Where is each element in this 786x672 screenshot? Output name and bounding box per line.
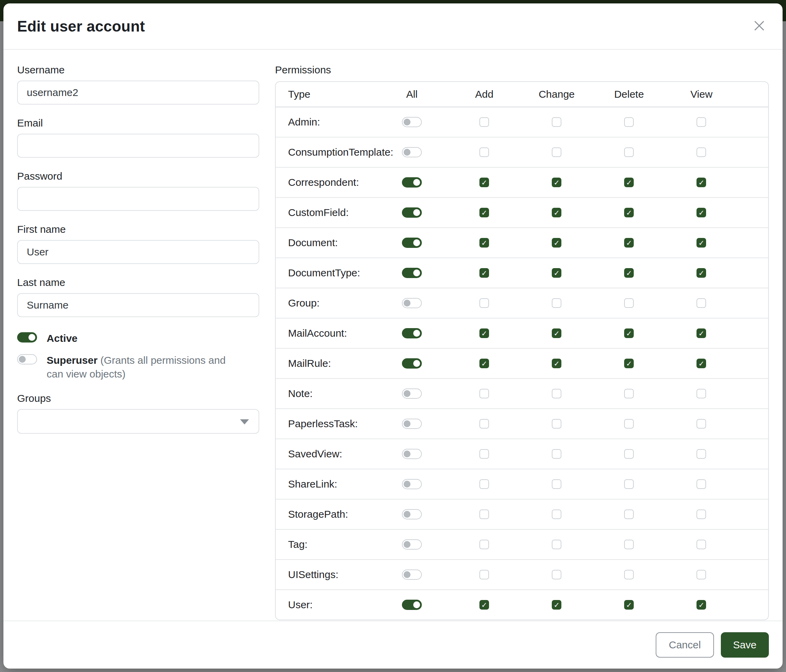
permission-change-checkbox[interactable]	[552, 540, 561, 549]
permission-delete-checkbox[interactable]	[624, 449, 634, 459]
permission-row: CustomField:✓✓✓✓	[276, 197, 768, 227]
permission-all-toggle[interactable]	[402, 539, 422, 550]
permission-type-label: SavedView:	[276, 438, 376, 469]
permission-change-checkbox[interactable]	[552, 148, 561, 157]
permission-delete-checkbox[interactable]	[624, 419, 634, 429]
permission-change-checkbox[interactable]: ✓	[552, 359, 561, 368]
permission-add-checkbox[interactable]	[479, 117, 489, 127]
permission-all-toggle[interactable]	[402, 117, 422, 127]
permission-change-checkbox[interactable]	[552, 570, 561, 579]
toggle-knob	[404, 119, 410, 126]
permission-all-toggle[interactable]	[402, 509, 422, 520]
permission-delete-checkbox[interactable]: ✓	[624, 208, 634, 217]
permission-view-checkbox[interactable]	[696, 148, 706, 157]
permission-all-toggle[interactable]	[402, 479, 422, 489]
permission-change-checkbox[interactable]	[552, 509, 561, 519]
permission-all-toggle[interactable]	[402, 207, 422, 218]
permission-add-checkbox[interactable]	[479, 148, 489, 157]
permission-delete-checkbox[interactable]: ✓	[624, 238, 634, 248]
permission-all-toggle[interactable]	[402, 328, 422, 338]
permission-change-checkbox[interactable]	[552, 419, 561, 429]
email-input[interactable]	[17, 134, 259, 158]
permission-all-toggle[interactable]	[402, 570, 422, 580]
permission-change-checkbox[interactable]: ✓	[552, 238, 561, 248]
permission-delete-checkbox[interactable]	[624, 570, 634, 579]
permission-delete-checkbox[interactable]	[624, 479, 634, 489]
cancel-button[interactable]: Cancel	[656, 632, 714, 658]
permission-view-checkbox[interactable]	[696, 449, 706, 459]
permission-add-checkbox[interactable]: ✓	[479, 208, 489, 217]
permission-add-checkbox[interactable]	[479, 509, 489, 519]
permission-change-checkbox[interactable]	[552, 449, 561, 459]
permission-delete-checkbox[interactable]: ✓	[624, 177, 634, 187]
permission-view-checkbox[interactable]: ✓	[696, 208, 706, 217]
close-button[interactable]	[751, 18, 767, 35]
groups-select[interactable]	[17, 409, 259, 434]
permission-delete-checkbox[interactable]: ✓	[624, 268, 634, 278]
permission-view-checkbox[interactable]: ✓	[696, 238, 706, 248]
username-input[interactable]	[17, 80, 259, 105]
permission-delete-checkbox[interactable]: ✓	[624, 328, 634, 338]
permission-change-checkbox[interactable]: ✓	[552, 328, 561, 338]
active-toggle[interactable]	[17, 332, 37, 342]
permission-add-checkbox[interactable]	[479, 449, 489, 459]
groups-label: Groups	[17, 393, 259, 404]
permission-delete-checkbox[interactable]	[624, 389, 634, 399]
save-button[interactable]: Save	[721, 632, 769, 658]
permission-delete-checkbox[interactable]: ✓	[624, 359, 634, 368]
password-input[interactable]	[17, 187, 259, 211]
permission-delete-checkbox[interactable]: ✓	[624, 600, 634, 609]
permission-add-checkbox[interactable]	[479, 570, 489, 579]
permission-change-checkbox[interactable]	[552, 479, 561, 489]
permission-delete-checkbox[interactable]	[624, 540, 634, 549]
permission-all-toggle[interactable]	[402, 177, 422, 188]
superuser-toggle[interactable]	[17, 354, 37, 364]
permission-view-checkbox[interactable]: ✓	[696, 600, 706, 609]
permission-add-checkbox[interactable]	[479, 298, 489, 308]
permission-all-toggle[interactable]	[402, 238, 422, 248]
permission-all-toggle[interactable]	[402, 419, 422, 429]
permission-all-toggle[interactable]	[402, 600, 422, 610]
permission-add-checkbox[interactable]	[479, 419, 489, 429]
permission-change-checkbox[interactable]: ✓	[552, 208, 561, 217]
permission-add-checkbox[interactable]: ✓	[479, 268, 489, 278]
permission-add-checkbox[interactable]	[479, 540, 489, 549]
permission-delete-checkbox[interactable]	[624, 148, 634, 157]
permission-add-checkbox[interactable]: ✓	[479, 238, 489, 248]
permission-all-toggle[interactable]	[402, 388, 422, 399]
permission-change-checkbox[interactable]	[552, 389, 561, 399]
permission-view-checkbox[interactable]	[696, 389, 706, 399]
permission-view-checkbox[interactable]	[696, 570, 706, 579]
permission-change-checkbox[interactable]	[552, 298, 561, 308]
permission-change-checkbox[interactable]: ✓	[552, 177, 561, 187]
permission-add-checkbox[interactable]: ✓	[479, 177, 489, 187]
permission-view-checkbox[interactable]	[696, 298, 706, 308]
last-name-input[interactable]	[17, 293, 259, 317]
permission-change-checkbox[interactable]: ✓	[552, 600, 561, 609]
permission-delete-checkbox[interactable]	[624, 117, 634, 127]
permission-view-checkbox[interactable]	[696, 479, 706, 489]
permission-view-checkbox[interactable]: ✓	[696, 328, 706, 338]
permission-all-toggle[interactable]	[402, 298, 422, 308]
permission-view-checkbox[interactable]: ✓	[696, 359, 706, 368]
permission-add-checkbox[interactable]	[479, 479, 489, 489]
permission-view-checkbox[interactable]	[696, 509, 706, 519]
first-name-input[interactable]	[17, 240, 259, 264]
permission-all-toggle[interactable]	[402, 147, 422, 157]
permission-view-checkbox[interactable]	[696, 117, 706, 127]
permission-add-checkbox[interactable]	[479, 389, 489, 399]
permission-add-checkbox[interactable]: ✓	[479, 328, 489, 338]
permission-view-checkbox[interactable]	[696, 419, 706, 429]
permission-add-checkbox[interactable]: ✓	[479, 359, 489, 368]
permission-view-checkbox[interactable]	[696, 540, 706, 549]
permission-change-checkbox[interactable]: ✓	[552, 268, 561, 278]
permission-all-toggle[interactable]	[402, 358, 422, 369]
permission-all-toggle[interactable]	[402, 449, 422, 459]
permission-view-checkbox[interactable]: ✓	[696, 177, 706, 187]
permission-all-toggle[interactable]	[402, 268, 422, 278]
permission-change-checkbox[interactable]	[552, 117, 561, 127]
permission-view-checkbox[interactable]: ✓	[696, 268, 706, 278]
permission-add-checkbox[interactable]: ✓	[479, 600, 489, 609]
permission-delete-checkbox[interactable]	[624, 298, 634, 308]
permission-delete-checkbox[interactable]	[624, 509, 634, 519]
